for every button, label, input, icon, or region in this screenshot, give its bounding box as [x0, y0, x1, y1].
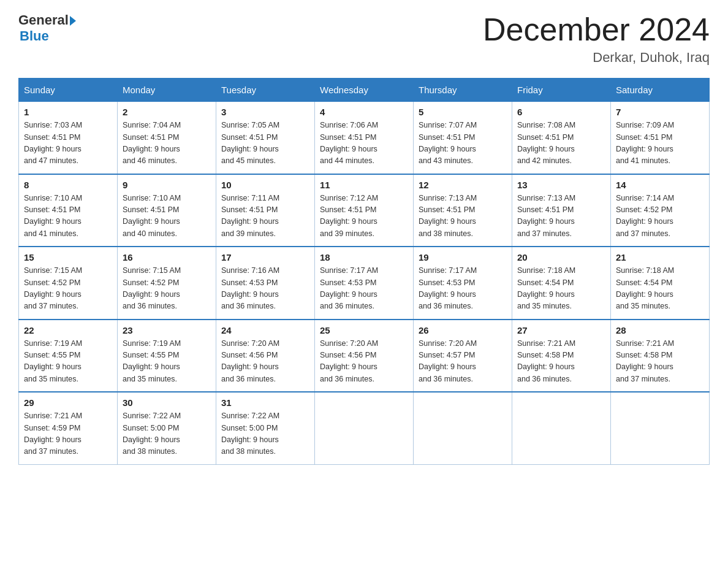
calendar-header-row: Sunday Monday Tuesday Wednesday Thursday… — [19, 79, 710, 102]
table-row: 20 Sunrise: 7:18 AM Sunset: 4:54 PM Dayl… — [512, 247, 611, 320]
table-row — [414, 392, 512, 464]
day-info: Sunrise: 7:19 AM Sunset: 4:55 PM Dayligh… — [123, 338, 211, 386]
day-number: 24 — [221, 325, 309, 335]
table-row: 5 Sunrise: 7:07 AM Sunset: 4:51 PM Dayli… — [414, 102, 512, 174]
calendar-week-row: 15 Sunrise: 7:15 AM Sunset: 4:52 PM Dayl… — [19, 247, 710, 320]
day-info: Sunrise: 7:08 AM Sunset: 4:51 PM Dayligh… — [517, 120, 605, 167]
day-number: 21 — [616, 252, 704, 262]
table-row: 9 Sunrise: 7:10 AM Sunset: 4:51 PM Dayli… — [118, 174, 216, 247]
table-row: 24 Sunrise: 7:20 AM Sunset: 4:56 PM Dayl… — [216, 320, 315, 393]
table-row: 14 Sunrise: 7:14 AM Sunset: 4:52 PM Dayl… — [611, 174, 710, 247]
header-wednesday: Wednesday — [315, 79, 414, 102]
day-info: Sunrise: 7:19 AM Sunset: 4:55 PM Dayligh… — [24, 338, 112, 386]
table-row: 2 Sunrise: 7:04 AM Sunset: 4:51 PM Dayli… — [118, 102, 216, 174]
table-row: 19 Sunrise: 7:17 AM Sunset: 4:53 PM Dayl… — [414, 247, 512, 320]
day-number: 23 — [123, 325, 211, 335]
table-row: 11 Sunrise: 7:12 AM Sunset: 4:51 PM Dayl… — [315, 174, 414, 247]
table-row: 15 Sunrise: 7:15 AM Sunset: 4:52 PM Dayl… — [19, 247, 118, 320]
day-info: Sunrise: 7:13 AM Sunset: 4:51 PM Dayligh… — [419, 193, 507, 240]
day-number: 11 — [320, 180, 408, 190]
header-thursday: Thursday — [414, 79, 512, 102]
day-number: 8 — [24, 180, 112, 190]
logo-general: General — [18, 12, 69, 28]
table-row: 30 Sunrise: 7:22 AM Sunset: 5:00 PM Dayl… — [118, 392, 216, 464]
day-info: Sunrise: 7:16 AM Sunset: 4:53 PM Dayligh… — [221, 265, 309, 313]
day-number: 26 — [419, 325, 507, 335]
day-info: Sunrise: 7:04 AM Sunset: 4:51 PM Dayligh… — [123, 120, 211, 167]
table-row — [611, 392, 710, 464]
day-info: Sunrise: 7:13 AM Sunset: 4:51 PM Dayligh… — [517, 193, 605, 240]
day-number: 28 — [616, 325, 704, 335]
table-row: 13 Sunrise: 7:13 AM Sunset: 4:51 PM Dayl… — [512, 174, 611, 247]
table-row: 10 Sunrise: 7:11 AM Sunset: 4:51 PM Dayl… — [216, 174, 315, 247]
day-info: Sunrise: 7:15 AM Sunset: 4:52 PM Dayligh… — [24, 265, 112, 313]
day-info: Sunrise: 7:15 AM Sunset: 4:52 PM Dayligh… — [123, 265, 211, 313]
day-info: Sunrise: 7:06 AM Sunset: 4:51 PM Dayligh… — [320, 120, 408, 167]
day-number: 14 — [616, 180, 704, 190]
day-info: Sunrise: 7:20 AM Sunset: 4:56 PM Dayligh… — [221, 338, 309, 386]
title-area: December 2024 Derkar, Duhok, Iraq — [483, 12, 710, 66]
location-title: Derkar, Duhok, Iraq — [483, 50, 710, 66]
day-number: 25 — [320, 325, 408, 335]
day-number: 27 — [517, 325, 605, 335]
table-row: 26 Sunrise: 7:20 AM Sunset: 4:57 PM Dayl… — [414, 320, 512, 393]
table-row: 1 Sunrise: 7:03 AM Sunset: 4:51 PM Dayli… — [19, 102, 118, 174]
day-number: 31 — [221, 397, 309, 408]
table-row: 3 Sunrise: 7:05 AM Sunset: 4:51 PM Dayli… — [216, 102, 315, 174]
day-info: Sunrise: 7:12 AM Sunset: 4:51 PM Dayligh… — [320, 193, 408, 240]
day-info: Sunrise: 7:09 AM Sunset: 4:51 PM Dayligh… — [616, 120, 704, 167]
day-info: Sunrise: 7:22 AM Sunset: 5:00 PM Dayligh… — [123, 410, 211, 458]
month-title: December 2024 — [483, 12, 710, 47]
table-row: 21 Sunrise: 7:18 AM Sunset: 4:54 PM Dayl… — [611, 247, 710, 320]
header-saturday: Saturday — [611, 79, 710, 102]
day-info: Sunrise: 7:21 AM Sunset: 4:58 PM Dayligh… — [616, 338, 704, 386]
header-monday: Monday — [118, 79, 216, 102]
calendar-week-row: 22 Sunrise: 7:19 AM Sunset: 4:55 PM Dayl… — [19, 320, 710, 393]
day-number: 5 — [419, 107, 507, 117]
table-row: 31 Sunrise: 7:22 AM Sunset: 5:00 PM Dayl… — [216, 392, 315, 464]
day-number: 15 — [24, 252, 112, 262]
day-info: Sunrise: 7:20 AM Sunset: 4:57 PM Dayligh… — [419, 338, 507, 386]
day-number: 13 — [517, 180, 605, 190]
day-info: Sunrise: 7:21 AM Sunset: 4:58 PM Dayligh… — [517, 338, 605, 386]
table-row: 4 Sunrise: 7:06 AM Sunset: 4:51 PM Dayli… — [315, 102, 414, 174]
day-info: Sunrise: 7:17 AM Sunset: 4:53 PM Dayligh… — [320, 265, 408, 313]
calendar-table: Sunday Monday Tuesday Wednesday Thursday… — [18, 78, 710, 465]
page-header: General Blue December 2024 Derkar, Duhok… — [18, 12, 710, 66]
logo-blue: Blue — [20, 28, 76, 44]
table-row: 29 Sunrise: 7:21 AM Sunset: 4:59 PM Dayl… — [19, 392, 118, 464]
day-info: Sunrise: 7:05 AM Sunset: 4:51 PM Dayligh… — [221, 120, 309, 167]
day-number: 4 — [320, 107, 408, 117]
day-number: 12 — [419, 180, 507, 190]
day-number: 7 — [616, 107, 704, 117]
table-row: 6 Sunrise: 7:08 AM Sunset: 4:51 PM Dayli… — [512, 102, 611, 174]
day-info: Sunrise: 7:18 AM Sunset: 4:54 PM Dayligh… — [517, 265, 605, 313]
header-friday: Friday — [512, 79, 611, 102]
day-info: Sunrise: 7:11 AM Sunset: 4:51 PM Dayligh… — [221, 193, 309, 240]
table-row: 18 Sunrise: 7:17 AM Sunset: 4:53 PM Dayl… — [315, 247, 414, 320]
day-info: Sunrise: 7:22 AM Sunset: 5:00 PM Dayligh… — [221, 410, 309, 458]
calendar-week-row: 29 Sunrise: 7:21 AM Sunset: 4:59 PM Dayl… — [19, 392, 710, 464]
day-number: 6 — [517, 107, 605, 117]
day-number: 29 — [24, 397, 112, 408]
table-row — [512, 392, 611, 464]
calendar-week-row: 8 Sunrise: 7:10 AM Sunset: 4:51 PM Dayli… — [19, 174, 710, 247]
day-number: 16 — [123, 252, 211, 262]
table-row: 23 Sunrise: 7:19 AM Sunset: 4:55 PM Dayl… — [118, 320, 216, 393]
day-number: 2 — [123, 107, 211, 117]
table-row: 8 Sunrise: 7:10 AM Sunset: 4:51 PM Dayli… — [19, 174, 118, 247]
day-number: 1 — [24, 107, 112, 117]
day-number: 19 — [419, 252, 507, 262]
table-row: 28 Sunrise: 7:21 AM Sunset: 4:58 PM Dayl… — [611, 320, 710, 393]
table-row: 17 Sunrise: 7:16 AM Sunset: 4:53 PM Dayl… — [216, 247, 315, 320]
day-info: Sunrise: 7:07 AM Sunset: 4:51 PM Dayligh… — [419, 120, 507, 167]
table-row: 7 Sunrise: 7:09 AM Sunset: 4:51 PM Dayli… — [611, 102, 710, 174]
day-info: Sunrise: 7:20 AM Sunset: 4:56 PM Dayligh… — [320, 338, 408, 386]
table-row — [315, 392, 414, 464]
day-number: 10 — [221, 180, 309, 190]
day-info: Sunrise: 7:17 AM Sunset: 4:53 PM Dayligh… — [419, 265, 507, 313]
calendar-week-row: 1 Sunrise: 7:03 AM Sunset: 4:51 PM Dayli… — [19, 102, 710, 174]
day-info: Sunrise: 7:14 AM Sunset: 4:52 PM Dayligh… — [616, 193, 704, 240]
header-sunday: Sunday — [19, 79, 118, 102]
day-number: 17 — [221, 252, 309, 262]
